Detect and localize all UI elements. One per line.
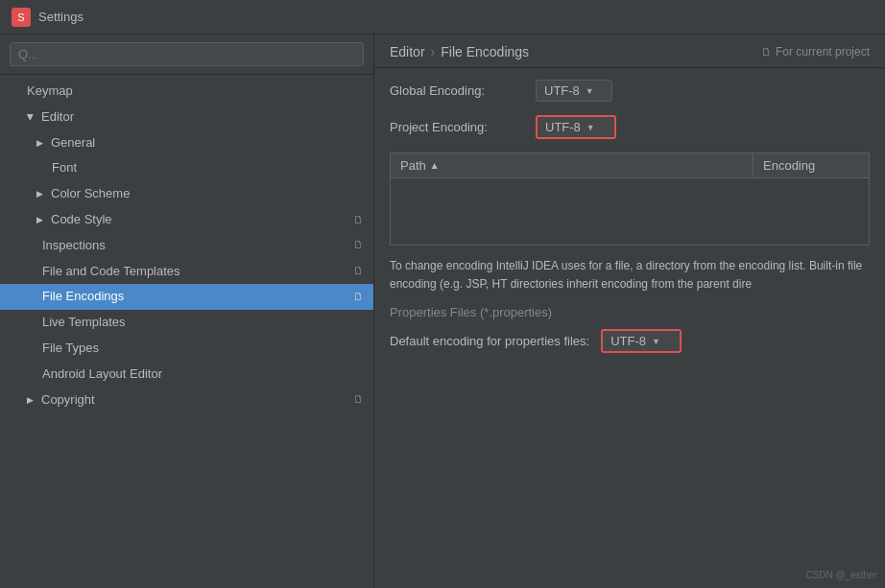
sidebar-item-inspections[interactable]: Inspections 🗋	[0, 233, 373, 259]
project-encoding-highlight: UTF-8 ▼	[536, 115, 616, 139]
android-layout-editor-label: Android Layout Editor	[42, 365, 162, 385]
color-scheme-label: Color Scheme	[51, 184, 130, 204]
editor-label: Editor	[41, 107, 74, 128]
sidebar-item-android-layout-editor[interactable]: Android Layout Editor	[0, 362, 373, 388]
copyright-triangle: ▶	[27, 393, 34, 407]
global-encoding-arrow: ▼	[586, 86, 594, 96]
col-encoding-header: Encoding	[753, 153, 869, 177]
properties-section: Properties Files (*.properties) Default …	[390, 305, 870, 353]
sidebar-item-copyright[interactable]: ▶ Copyright 🗋	[0, 388, 373, 413]
sidebar-item-keymap[interactable]: Keymap	[0, 79, 373, 105]
for-current-project: 🗋 For current project	[761, 45, 870, 59]
project-encoding-label: Project Encoding:	[390, 120, 524, 134]
code-style-label: Code Style	[51, 210, 112, 230]
editor-triangle: ▶	[23, 114, 36, 121]
breadcrumb-parent: Editor	[390, 44, 425, 59]
copyright-label: Copyright	[41, 390, 95, 411]
table-header: Path ▲ Encoding	[390, 153, 870, 178]
keymap-label: Keymap	[27, 82, 73, 102]
content-area: Editor › File Encodings 🗋 For current pr…	[374, 35, 885, 588]
file-code-templates-label: File and Code Templates	[42, 262, 180, 282]
breadcrumb: Editor › File Encodings	[390, 44, 529, 59]
sidebar-item-font[interactable]: Font	[0, 155, 373, 181]
content-header: Editor › File Encodings 🗋 For current pr…	[374, 35, 885, 68]
global-encoding-label: Global Encoding:	[390, 83, 524, 98]
sidebar-item-code-style[interactable]: ▶ Code Style 🗋	[0, 207, 373, 233]
table-body	[390, 178, 870, 246]
svg-text:S: S	[17, 12, 24, 23]
sort-icon: ▲	[430, 160, 440, 171]
file-code-templates-page-icon: 🗋	[353, 263, 364, 280]
sidebar-item-file-types[interactable]: File Types	[0, 336, 373, 362]
project-encoding-dropdown[interactable]: UTF-8 ▼	[538, 117, 614, 137]
general-triangle: ▶	[36, 136, 43, 150]
code-style-page-icon: 🗋	[353, 212, 364, 229]
sidebar-item-color-scheme[interactable]: ▶ Color Scheme	[0, 181, 373, 207]
global-encoding-row: Global Encoding: UTF-8 ▼	[390, 80, 870, 102]
search-container	[0, 35, 373, 75]
global-encoding-dropdown[interactable]: UTF-8 ▼	[536, 80, 612, 102]
file-types-label: File Types	[42, 339, 99, 359]
inspections-label: Inspections	[42, 236, 106, 256]
main-layout: Keymap ▶ Editor ▶ General Font ▶ Color S…	[0, 35, 885, 588]
search-input[interactable]	[10, 42, 364, 66]
path-encoding-table: Path ▲ Encoding	[390, 153, 870, 246]
global-encoding-value: UTF-8	[544, 83, 580, 98]
code-style-triangle: ▶	[36, 213, 43, 226]
default-encoding-row: Default encoding for properties files: U…	[390, 329, 870, 353]
copyright-page-icon: 🗋	[353, 391, 364, 409]
file-encodings-label: File Encodings	[42, 287, 124, 307]
properties-label: Properties Files (*.properties)	[390, 305, 870, 319]
project-encoding-arrow: ▼	[586, 123, 595, 132]
project-icon: 🗋	[761, 46, 772, 58]
content-body: Global Encoding: UTF-8 ▼ Project Encodin…	[374, 68, 885, 588]
sidebar-item-file-code-templates[interactable]: File and Code Templates 🗋	[0, 259, 373, 285]
general-label: General	[51, 133, 95, 153]
breadcrumb-separator: ›	[431, 44, 436, 59]
file-encodings-page-icon: 🗋	[353, 289, 364, 306]
sidebar: Keymap ▶ Editor ▶ General Font ▶ Color S…	[0, 35, 374, 588]
sidebar-item-live-templates[interactable]: Live Templates	[0, 310, 373, 336]
info-text: To change encoding IntelliJ IDEA uses fo…	[390, 257, 870, 294]
font-label: Font	[52, 158, 77, 178]
sidebar-tree: Keymap ▶ Editor ▶ General Font ▶ Color S…	[0, 75, 373, 588]
default-encoding-highlight: UTF-8 ▼	[601, 329, 682, 353]
live-templates-label: Live Templates	[42, 313, 125, 333]
sidebar-item-file-encodings[interactable]: File Encodings 🗋	[0, 284, 373, 310]
default-encoding-value: UTF-8	[610, 334, 646, 348]
sidebar-item-general[interactable]: ▶ General	[0, 130, 373, 156]
app-icon: S	[12, 8, 31, 27]
watermark: CSDN @_esther	[805, 570, 877, 580]
project-encoding-row: Project Encoding: UTF-8 ▼	[390, 115, 870, 139]
titlebar: S Settings	[0, 0, 885, 35]
inspections-page-icon: 🗋	[353, 237, 364, 254]
col-path-header: Path ▲	[391, 153, 753, 177]
breadcrumb-current: File Encodings	[441, 44, 529, 59]
default-encoding-label: Default encoding for properties files:	[390, 334, 589, 348]
default-encoding-dropdown-arrow: ▼	[652, 337, 660, 346]
sidebar-item-editor[interactable]: ▶ Editor	[0, 105, 373, 130]
window-title: Settings	[38, 10, 84, 24]
color-scheme-triangle: ▶	[36, 187, 43, 200]
default-encoding-dropdown[interactable]: UTF-8 ▼	[603, 331, 680, 351]
project-encoding-value: UTF-8	[545, 120, 581, 134]
